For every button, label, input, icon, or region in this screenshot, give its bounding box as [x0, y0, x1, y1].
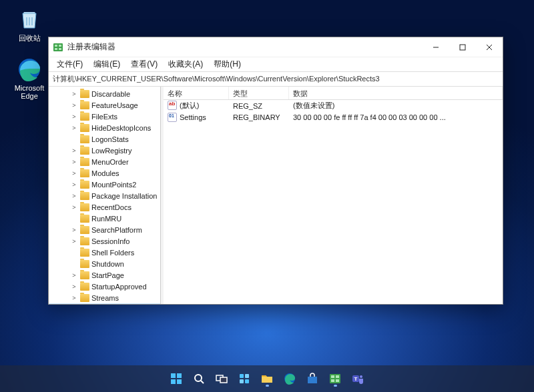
tree-item[interactable]: Shutdown	[49, 258, 160, 269]
tree-item[interactable]: >StartupApproved	[49, 281, 160, 292]
folder-icon	[80, 147, 89, 155]
tree-item[interactable]: >FeatureUsage	[49, 99, 160, 111]
value-type: REG_SZ	[229, 102, 289, 110]
tree-item-label: LowRegistry	[91, 147, 132, 155]
svg-rect-4	[55, 48, 57, 50]
folder-icon	[80, 260, 89, 268]
expander-icon[interactable]: >	[70, 170, 78, 177]
folder-icon	[80, 135, 89, 143]
maximize-button[interactable]	[449, 37, 476, 57]
registry-tree[interactable]: >Discardable>FeatureUsage>FileExts>HideD…	[49, 87, 161, 304]
tree-item-label: StartPage	[91, 271, 124, 279]
tree-item[interactable]: >Package Installation	[49, 190, 160, 201]
menu-view[interactable]: 查看(V)	[127, 57, 162, 71]
menu-file[interactable]: 文件(F)	[53, 57, 87, 71]
svg-rect-7	[171, 373, 176, 378]
tree-item-label: Shutdown	[91, 260, 124, 268]
folder-icon	[80, 203, 89, 211]
tree-item[interactable]: Shell Folders	[49, 247, 160, 258]
expander-icon[interactable]: >	[70, 193, 78, 199]
column-type[interactable]: 类型	[229, 87, 289, 99]
tree-item[interactable]: >FileExts	[49, 111, 160, 122]
taskbar: T	[0, 365, 534, 392]
expander-icon[interactable]: >	[70, 102, 78, 109]
svg-rect-1	[53, 43, 63, 51]
desktop-icon-label: Microsoft Edge	[9, 84, 49, 100]
folder-icon	[80, 237, 89, 245]
folder-icon	[80, 215, 89, 223]
desktop-icon-label: 回收站	[9, 33, 49, 43]
tree-item[interactable]: >SearchPlatform	[49, 224, 160, 235]
expander-icon[interactable]: >	[70, 238, 78, 245]
tree-item-label: HideDesktopIcons	[91, 124, 151, 132]
expander-icon[interactable]: >	[70, 181, 78, 188]
widgets-button[interactable]	[235, 369, 254, 388]
start-button[interactable]	[167, 369, 186, 388]
store-button[interactable]	[303, 369, 322, 388]
menu-edit[interactable]: 编辑(E)	[89, 57, 124, 71]
expander-icon[interactable]: >	[70, 159, 78, 165]
regedit-taskbar-button[interactable]	[326, 369, 344, 388]
teams-button[interactable]: T	[348, 369, 367, 388]
expander-icon[interactable]: >	[70, 204, 78, 211]
expander-icon[interactable]: >	[70, 272, 78, 279]
tree-item[interactable]: LogonStats	[49, 133, 160, 145]
tree-item-label: FeatureUsage	[91, 101, 138, 109]
search-button[interactable]	[190, 369, 208, 388]
expander-icon[interactable]: >	[70, 283, 78, 290]
tree-item[interactable]: StuckRects3	[49, 303, 160, 304]
desktop-icon-edge[interactable]: Microsoft Edge	[9, 56, 49, 100]
svg-rect-8	[177, 373, 182, 378]
column-data[interactable]: 数据	[289, 87, 503, 99]
list-header[interactable]: 名称 类型 数据	[164, 87, 503, 100]
svg-rect-3	[59, 45, 61, 47]
tree-item[interactable]: RunMRU	[49, 213, 160, 224]
edge-icon	[16, 56, 43, 83]
menubar: 文件(F) 编辑(E) 查看(V) 收藏夹(A) 帮助(H)	[49, 57, 503, 72]
tree-item[interactable]: >HideDesktopIcons	[49, 122, 160, 133]
window-title: 注册表编辑器	[67, 41, 423, 53]
tree-item[interactable]: >MountPoints2	[49, 179, 160, 190]
folder-icon	[80, 124, 89, 132]
menu-favorites[interactable]: 收藏夹(A)	[164, 57, 207, 71]
address-bar[interactable]: 计算机\HKEY_CURRENT_USER\Software\Microsoft…	[49, 72, 503, 87]
tree-item[interactable]: >RecentDocs	[49, 201, 160, 213]
minimize-button[interactable]	[423, 37, 449, 57]
expander-icon[interactable]: >	[70, 91, 78, 97]
expander-icon[interactable]: >	[70, 295, 78, 301]
column-name[interactable]: 名称	[164, 87, 229, 99]
svg-rect-10	[177, 379, 182, 384]
desktop-icon-recycle-bin[interactable]: 回收站	[9, 5, 49, 43]
svg-rect-23	[336, 379, 339, 382]
tree-item[interactable]: >MenuOrder	[49, 156, 160, 167]
expander-icon[interactable]: >	[70, 147, 78, 154]
svg-rect-2	[55, 45, 57, 47]
explorer-button[interactable]	[258, 369, 276, 388]
tree-item[interactable]: >LowRegistry	[49, 145, 160, 156]
folder-icon	[80, 192, 89, 200]
tree-item-label: SearchPlatform	[91, 226, 142, 234]
svg-rect-21	[336, 375, 339, 378]
tree-item[interactable]: >Modules	[49, 167, 160, 179]
menu-help[interactable]: 帮助(H)	[210, 57, 245, 71]
folder-icon	[80, 113, 89, 121]
expander-icon[interactable]: >	[70, 113, 78, 120]
tree-item[interactable]: >StartPage	[49, 269, 160, 281]
tree-item[interactable]: >Streams	[49, 292, 160, 303]
tree-item[interactable]: >Discardable	[49, 88, 160, 99]
close-button[interactable]	[476, 37, 503, 57]
value-type: REG_BINARY	[229, 113, 289, 121]
value-icon	[168, 113, 177, 122]
value-data: (数值未设置)	[289, 101, 503, 111]
expander-icon[interactable]: >	[70, 227, 78, 233]
titlebar[interactable]: 注册表编辑器	[49, 37, 503, 57]
folder-icon	[80, 271, 89, 279]
edge-taskbar-button[interactable]	[280, 369, 299, 388]
list-row[interactable]: (默认)REG_SZ(数值未设置)	[164, 100, 503, 111]
tree-item[interactable]: >SessionInfo	[49, 235, 160, 247]
svg-rect-16	[240, 379, 244, 383]
taskview-button[interactable]	[212, 369, 231, 388]
expander-icon[interactable]: >	[70, 125, 78, 131]
list-row[interactable]: SettingsREG_BINARY30 00 00 00 fe ff ff f…	[164, 111, 503, 123]
svg-point-26	[360, 375, 362, 378]
